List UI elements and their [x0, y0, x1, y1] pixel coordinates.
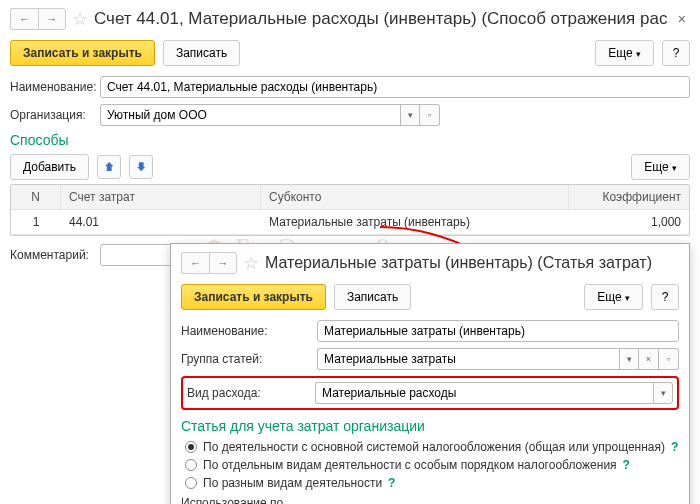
- dropdown-icon[interactable]: ▾: [400, 104, 420, 126]
- more-button[interactable]: Еще ▾: [595, 40, 654, 66]
- org-input[interactable]: [100, 104, 400, 126]
- nav-forward-button[interactable]: →: [38, 8, 66, 30]
- open-link-icon[interactable]: ▫: [420, 104, 440, 126]
- table-row[interactable]: 1 44.01 Материальные затраты (инвентарь)…: [11, 210, 689, 235]
- name-input[interactable]: [100, 76, 690, 98]
- cost-article-dialog: ← → ☆ Материальные затраты (инвентарь) (…: [170, 243, 690, 280]
- window-title: Счет 44.01, Материальные расходы (инвент…: [94, 9, 668, 29]
- col-n-header: N: [11, 185, 61, 209]
- nav-back-button[interactable]: ←: [10, 8, 38, 30]
- help-button[interactable]: ?: [662, 40, 690, 66]
- move-down-button[interactable]: 🡇: [129, 155, 153, 179]
- save-and-close-button[interactable]: Записать и закрыть: [10, 40, 155, 66]
- save-button[interactable]: Записать: [163, 40, 240, 66]
- dialog-nav-back-button[interactable]: ←: [181, 252, 209, 274]
- move-up-button[interactable]: 🡅: [97, 155, 121, 179]
- favorite-star-icon[interactable]: ☆: [72, 8, 88, 30]
- name-label: Наименование:: [10, 80, 94, 94]
- col-sub-header: Субконто: [261, 185, 569, 209]
- methods-table: N Счет затрат Субконто Коэффициент 1 44.…: [10, 184, 690, 236]
- dialog-title: Материальные затраты (инвентарь) (Статья…: [265, 254, 679, 272]
- dialog-favorite-star-icon[interactable]: ☆: [243, 252, 259, 274]
- table-more-button[interactable]: Еще ▾: [631, 154, 690, 180]
- org-label: Организация:: [10, 108, 94, 122]
- add-button[interactable]: Добавить: [10, 154, 89, 180]
- close-button[interactable]: ×: [674, 11, 690, 27]
- methods-section-title: Способы: [10, 132, 690, 148]
- col-acc-header: Счет затрат: [61, 185, 261, 209]
- comment-label: Комментарий:: [10, 248, 94, 262]
- col-coef-header: Коэффициент: [569, 185, 689, 209]
- dialog-nav-forward-button[interactable]: →: [209, 252, 237, 274]
